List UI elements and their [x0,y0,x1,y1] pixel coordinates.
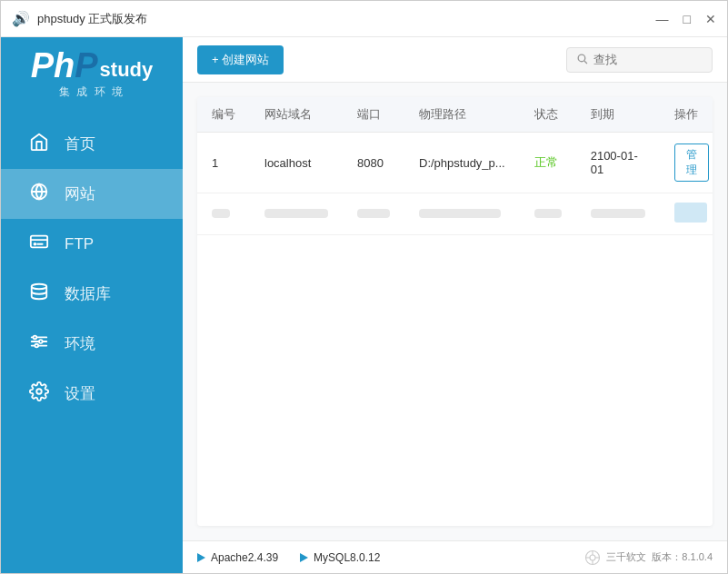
col-header-port: 端口 [343,97,404,133]
footer: Apache2.4.39 MySQL8.0.12 三千软文 [183,540,727,573]
ghost-cell-5 [520,193,576,235]
col-header-id: 编号 [197,97,250,133]
ghost-cell-4 [404,193,520,235]
col-header-path: 物理路径 [404,97,520,133]
search-box [566,47,713,73]
svg-point-11 [39,340,43,343]
sidebar-item-settings[interactable]: 设置 [1,369,183,419]
svg-point-17 [590,555,595,560]
minimize-button[interactable]: — [656,13,669,25]
cell-domain: localhost [250,133,343,193]
ftp-icon [28,232,50,256]
sidebar-item-env[interactable]: 环境 [1,319,183,369]
cell-path: D:/phpstudy_p... [404,133,520,193]
svg-rect-2 [31,236,47,248]
database-icon [28,282,50,306]
cell-action: 管理 [660,133,713,193]
sidebar-item-env-label: 环境 [65,333,95,354]
mysql-play-icon [300,553,308,562]
sidebar-logo: PhP study 集 成 环 境 [1,37,183,110]
col-header-action: 操作 [660,97,713,133]
content-area: + 创建网站 编号 [183,37,727,573]
svg-point-13 [36,389,42,394]
sidebar-item-settings-label: 设置 [65,383,95,404]
app-window: 🔊 phpstudy 正式版发布 — □ ✕ PhP study 集 成 环 境 [0,0,728,574]
col-header-status: 状态 [520,97,576,133]
cell-expire: 2100-01-01 [576,133,660,193]
sidebar-item-ftp-label: FTP [65,235,94,253]
svg-point-6 [32,284,47,290]
table-row-ghost [197,193,713,235]
status-badge: 正常 [534,155,558,169]
sidebar-item-home-label: 首页 [65,134,95,154]
ghost-cell-3 [343,193,404,235]
footer-brand: 三千软文 版本：8.1.0.4 [584,549,713,566]
titlebar: 🔊 phpstudy 正式版发布 — □ ✕ [1,1,727,37]
maximize-button[interactable]: □ [683,13,691,25]
svg-point-10 [34,336,37,340]
search-input[interactable] [593,53,703,66]
titlebar-title: phpstudy 正式版发布 [37,11,656,27]
apache-service[interactable]: Apache2.4.39 [197,551,278,564]
ghost-cell-1 [197,193,250,235]
sidebar-item-website[interactable]: 网站 [1,169,183,219]
sidebar-item-ftp[interactable]: FTP [1,219,183,269]
close-button[interactable]: ✕ [705,13,716,25]
apache-label: Apache2.4.39 [211,551,278,564]
svg-point-12 [35,344,38,348]
logo-php-p: P [75,46,97,84]
ghost-cell-2 [250,193,343,235]
content-toolbar: + 创建网站 [183,37,727,83]
brand-icon [584,549,601,566]
website-icon [28,182,50,206]
col-header-expire: 到期 [576,97,660,133]
table-header-row: 编号 网站域名 端口 物理路径 状态 到期 操作 [197,97,713,133]
svg-point-4 [35,243,36,245]
svg-line-15 [584,60,587,63]
cell-status: 正常 [520,133,576,193]
search-icon [576,53,588,67]
logo-php: PhP [31,48,98,83]
ghost-cell-6 [576,193,660,235]
titlebar-controls: — □ ✕ [656,13,716,25]
main-layout: PhP study 集 成 环 境 首页 [1,37,727,573]
version-label: 版本：8.1.0.4 [652,550,713,564]
website-table: 编号 网站域名 端口 物理路径 状态 到期 操作 1 localhost [197,97,713,235]
sidebar-nav: 首页 网站 [1,110,183,573]
brand-name: 三千软文 [606,550,646,564]
env-icon [28,332,50,356]
website-table-container: 编号 网站域名 端口 物理路径 状态 到期 操作 1 localhost [197,97,713,526]
ghost-cell-7 [660,193,713,235]
cell-id: 1 [197,133,250,193]
manage-button[interactable]: 管理 [674,144,709,182]
logo-study: study [100,60,154,83]
sidebar-item-website-label: 网站 [65,183,95,204]
logo-text: PhP study [31,48,154,83]
sidebar-item-database-label: 数据库 [65,283,111,304]
svg-point-14 [578,54,585,62]
create-website-button[interactable]: + 创建网站 [197,45,284,74]
logo-subtitle: 集 成 环 境 [59,84,125,100]
home-icon [28,132,50,156]
mysql-label: MySQL8.0.12 [314,551,380,564]
apache-play-icon [197,553,205,562]
sidebar-item-home[interactable]: 首页 [1,119,183,169]
table-row: 1 localhost 8080 D:/phpstudy_p... 正常 210… [197,133,713,193]
titlebar-icon: 🔊 [12,10,30,27]
sidebar-item-database[interactable]: 数据库 [1,269,183,319]
sidebar: PhP study 集 成 环 境 首页 [1,37,183,573]
settings-icon [28,381,50,406]
mysql-service[interactable]: MySQL8.0.12 [300,551,380,564]
col-header-domain: 网站域名 [250,97,343,133]
cell-port: 8080 [343,133,404,193]
